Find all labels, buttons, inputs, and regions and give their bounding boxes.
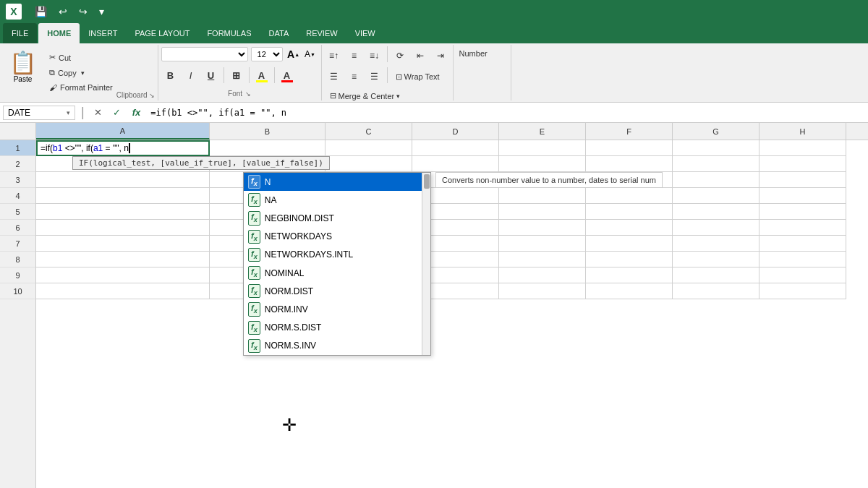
cell-g2[interactable] <box>673 156 760 172</box>
font-color-button[interactable]: A <box>278 66 297 85</box>
increase-font-size-button[interactable]: A▲ <box>286 46 302 62</box>
cell-h6[interactable] <box>760 220 846 236</box>
row-number-5[interactable]: 5 <box>0 204 35 220</box>
autocomplete-scrollbar-thumb[interactable] <box>424 174 430 189</box>
cell-h7[interactable] <box>760 236 846 252</box>
autocomplete-item-norm-inv[interactable]: fx NORM.INV <box>244 300 430 318</box>
cell-e7[interactable] <box>499 236 586 252</box>
row-number-3[interactable]: 3 <box>0 172 35 188</box>
row-number-1[interactable]: 1 <box>0 140 35 156</box>
column-header-c[interactable]: C <box>326 123 412 140</box>
align-middle-button[interactable]: ≡ <box>345 46 364 65</box>
cell-a8[interactable] <box>36 252 210 267</box>
clipboard-expand-icon[interactable]: ↘ <box>149 92 155 99</box>
tab-data[interactable]: DATA <box>260 23 298 43</box>
cell-a6[interactable] <box>36 220 210 236</box>
column-header-g[interactable]: G <box>673 123 760 140</box>
autocomplete-item-negbinom[interactable]: fx NEGBINOM.DIST <box>244 209 430 227</box>
autocomplete-dropdown[interactable]: fx N fx NA fx NEGBINOM.DIST fx NETWORKDA… <box>243 172 431 356</box>
rotate-text-button[interactable]: ⟳ <box>391 46 409 65</box>
cell-f7[interactable] <box>586 236 673 252</box>
cell-e9[interactable] <box>499 267 586 283</box>
tab-insert[interactable]: INSERT <box>80 23 126 43</box>
cell-f4[interactable] <box>586 188 673 204</box>
tab-file[interactable]: FILE <box>3 23 37 43</box>
tab-formulas[interactable]: FORMULAS <box>198 23 260 43</box>
cell-e6[interactable] <box>499 220 586 236</box>
align-top-button[interactable]: ≡↑ <box>325 46 344 65</box>
column-header-b[interactable]: B <box>210 123 326 140</box>
cell-g9[interactable] <box>673 267 760 283</box>
column-header-h[interactable]: H <box>760 123 846 140</box>
cell-h9[interactable] <box>760 267 846 283</box>
cell-e4[interactable] <box>499 188 586 204</box>
column-header-a[interactable]: A <box>36 123 210 140</box>
cell-b1[interactable] <box>210 140 326 156</box>
cell-a5[interactable] <box>36 204 210 220</box>
autocomplete-item-networkdays-intl[interactable]: fx NETWORKDAYS.INTL <box>244 246 430 264</box>
cell-a1[interactable]: =if(b1 <>"", if(a1 = "", n <box>36 140 210 156</box>
underline-button[interactable]: U <box>202 66 221 85</box>
cell-g3[interactable] <box>673 172 760 188</box>
cell-f5[interactable] <box>586 204 673 220</box>
wrap-text-button[interactable]: ⊡ Wrap Text <box>391 67 445 86</box>
align-right-button[interactable]: ☰ <box>365 67 384 86</box>
autocomplete-item-norm-s-inv[interactable]: fx NORM.S.INV <box>244 337 430 355</box>
cell-a7[interactable] <box>36 236 210 252</box>
formula-fx-icon[interactable]: fx <box>128 107 145 118</box>
tab-view[interactable]: VIEW <box>346 23 384 43</box>
cell-e8[interactable] <box>499 252 586 267</box>
indent-increase-button[interactable]: ⇥ <box>431 46 450 65</box>
cell-g8[interactable] <box>673 252 760 267</box>
cell-f2[interactable] <box>586 156 673 172</box>
save-button[interactable]: 💾 <box>30 4 51 19</box>
column-header-d[interactable]: D <box>412 123 499 140</box>
autocomplete-item-na[interactable]: fx NA <box>244 191 430 209</box>
cell-f6[interactable] <box>586 220 673 236</box>
cell-a10[interactable] <box>36 283 210 299</box>
align-center-button[interactable]: ≡ <box>345 67 364 86</box>
cell-g7[interactable] <box>673 236 760 252</box>
fill-color-button[interactable]: A <box>252 66 271 85</box>
cell-g6[interactable] <box>673 220 760 236</box>
row-number-6[interactable]: 6 <box>0 220 35 236</box>
paste-button[interactable]: 📋 Paste <box>3 46 43 99</box>
cell-f8[interactable] <box>586 252 673 267</box>
cell-e10[interactable] <box>499 283 586 299</box>
cell-h2[interactable] <box>760 156 846 172</box>
column-header-f[interactable]: F <box>586 123 673 140</box>
indent-decrease-button[interactable]: ⇤ <box>411 46 430 65</box>
cell-a9[interactable] <box>36 267 210 283</box>
cut-button[interactable]: ✂ Cut <box>46 51 116 64</box>
tab-page-layout[interactable]: PAGE LAYOUT <box>126 23 198 43</box>
row-number-4[interactable]: 4 <box>0 188 35 204</box>
autocomplete-item-networkdays[interactable]: fx NETWORKDAYS <box>244 228 430 246</box>
cell-c1[interactable] <box>326 140 412 156</box>
align-left-button[interactable]: ☰ <box>325 67 344 86</box>
cell-f9[interactable] <box>586 267 673 283</box>
cell-e2[interactable] <box>499 156 586 172</box>
row-number-9[interactable]: 9 <box>0 267 35 283</box>
formula-input[interactable] <box>148 106 865 119</box>
autocomplete-item-n[interactable]: fx N <box>244 173 430 191</box>
decrease-font-size-button[interactable]: A▼ <box>302 46 318 62</box>
cell-d1[interactable] <box>412 140 499 156</box>
cell-h1[interactable] <box>760 140 846 156</box>
row-number-2[interactable]: 2 <box>0 156 35 172</box>
cell-a4[interactable] <box>36 188 210 204</box>
autocomplete-item-norm-s-dist[interactable]: fx NORM.S.DIST <box>244 319 430 337</box>
cell-e1[interactable] <box>499 140 586 156</box>
formula-confirm-button[interactable]: ✓ <box>109 105 125 121</box>
font-name-select[interactable] <box>161 47 248 61</box>
cell-h5[interactable] <box>760 204 846 220</box>
cell-g1[interactable] <box>673 140 760 156</box>
tab-review[interactable]: REVIEW <box>297 23 346 43</box>
row-number-7[interactable]: 7 <box>0 236 35 252</box>
autocomplete-item-norm-dist[interactable]: fx NORM.DIST <box>244 282 430 300</box>
cell-d2[interactable] <box>412 156 499 172</box>
cell-h10[interactable] <box>760 283 846 299</box>
bold-button[interactable]: B <box>161 66 180 85</box>
row-number-10[interactable]: 10 <box>0 283 35 299</box>
cell-f10[interactable] <box>586 283 673 299</box>
name-box-dropdown[interactable]: ▾ <box>67 109 70 116</box>
